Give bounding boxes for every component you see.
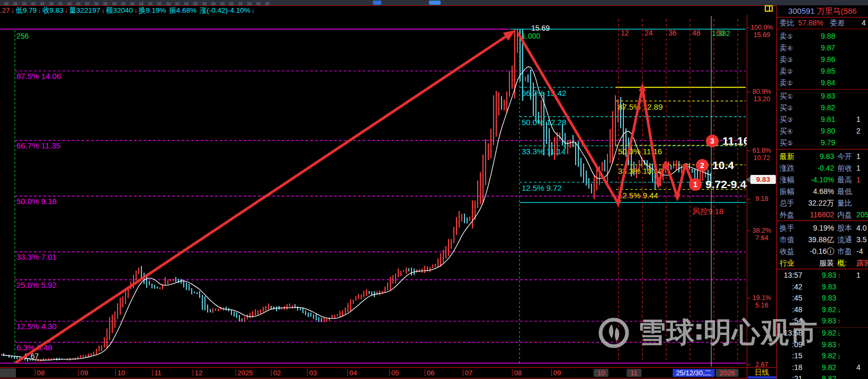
fib-peak-label-2: 33.3% 11.14 [522, 147, 566, 156]
bid-label: 买③ [780, 113, 793, 126]
quote-label: 总手 [780, 197, 794, 209]
axis-tick [152, 369, 153, 376]
bid-row-4[interactable]: 买④ 9.80 2 [777, 125, 868, 137]
stock-name: 万里马 [817, 6, 841, 15]
current-price-tag: 9.83 [750, 175, 776, 184]
tape-price: 9.82 [806, 328, 836, 339]
weibi-row: 委比 57.88% 委差 4 [777, 17, 868, 28]
tape-row-7: :15 9.82↓ [777, 350, 868, 362]
axis-month-17: 2026 [716, 369, 739, 377]
axis-month-13: 09 [551, 369, 561, 377]
quote-value: -4.10% [797, 174, 834, 186]
axis-month-14: 10 [594, 369, 609, 377]
bid-row-1[interactable]: 买① 9.83 [777, 90, 868, 102]
ask-row-2[interactable]: 卖② 9.85 [777, 65, 868, 77]
axis-tick [35, 369, 35, 376]
zigzag-arrowhead-0 [615, 200, 621, 207]
tape-price: 9.82 [806, 304, 836, 316]
axis-month-2: 10 [115, 369, 125, 377]
quote-value-2: 1 [856, 162, 861, 174]
scale-tick [747, 231, 750, 231]
bid-row-5[interactable]: 买⑤ 9.79 [777, 137, 868, 148]
axis-month-label: 2026 [720, 369, 735, 377]
axis-tick [389, 369, 390, 376]
window-title-strip [0, 0, 868, 5]
fib-left-label-3: 33.3% 7.01 [16, 252, 57, 261]
period-selector[interactable]: 日线 [747, 367, 776, 379]
axis-month-5: 2025 [236, 369, 253, 377]
quote-value: 9.19% [797, 222, 834, 234]
axis-date-highlight[interactable]: 25/12/30,二 [673, 369, 714, 377]
ask-label: 卖② [780, 65, 793, 77]
target-price-1: 9.72-9.44 [705, 178, 747, 190]
ask-row-1[interactable]: 卖① 9.84 [777, 77, 868, 89]
uptick-arrow-icon: ↑ [837, 315, 841, 327]
quote-row-7: 市值 39.88亿 流通 3.5 [777, 234, 868, 245]
price-tag-pointer [746, 177, 750, 183]
info-item-9: ↓ [134, 6, 138, 14]
axis-month-1: 09 [78, 369, 88, 377]
info-item-3: ↓ [38, 6, 41, 14]
quote-value-2: 1 [856, 174, 861, 186]
tape-time: 13:58 [777, 328, 802, 339]
toolbar-blue-icon[interactable] [373, 1, 381, 5]
quote-divider-9 [777, 269, 868, 269]
risk-control-label: 风控9.18 [692, 207, 723, 216]
ask-row-4[interactable]: 卖④ 9.87 [777, 42, 868, 54]
downtick-arrow-icon: ↓ [837, 304, 841, 316]
axis-tick [551, 369, 552, 376]
quote-label-2: 量比 [837, 197, 852, 209]
stock-header[interactable]: 300591 万里马(586 [777, 6, 868, 16]
time-axis: 080910111220250203040506070809101125/12/… [0, 367, 776, 378]
info-item-5: ↓ [65, 6, 68, 14]
period-label: 日线 [747, 368, 776, 377]
info-item-12: 涨(-0.42)-4.10% [198, 6, 250, 14]
tape-time: :54 [777, 315, 802, 327]
quote-label: 市值 [780, 234, 794, 245]
candlestick-chart[interactable]: 87.5% 14.0666.7% 11.3550.0% 9.1833.3% 7.… [0, 15, 747, 367]
axis-tick [425, 369, 425, 376]
target-price-2: 10.4 [712, 159, 734, 171]
tape-price: 9.83 [806, 315, 836, 327]
quote-value-2: -4 [856, 245, 863, 257]
tape-row-3: :48 9.82↓ [777, 304, 868, 316]
quote-value: 服装 [797, 257, 834, 269]
bid-label: 买① [780, 90, 793, 102]
bid-row-3[interactable]: 买③ 9.81 1 [777, 113, 868, 125]
fib-left-label-0: 87.5% 14.06 [16, 72, 61, 81]
quote-divider-5 [777, 221, 868, 221]
scale-tick [747, 298, 750, 298]
tape-price: 9.83 [806, 281, 836, 293]
quote-row-6: 换手 9.19% 股本 4.0 [777, 222, 868, 234]
quote-label-2: 市盈 [837, 245, 852, 257]
tape-time: :45 [777, 293, 802, 304]
axis-tick [78, 369, 79, 376]
period-active-strip [748, 376, 776, 378]
quote-row-8: 收益 -0.16ⓘ 市盈 -4 [777, 245, 868, 257]
scale-tick [747, 151, 750, 151]
tape-price: 9.83 [806, 339, 836, 351]
book-quote-divider [777, 149, 868, 149]
tape-time: :21 [777, 373, 802, 379]
split-window-icon[interactable] [765, 5, 773, 12]
axis-month-15: 11 [627, 369, 641, 377]
tape-row-9: :21 9.82 [777, 373, 868, 379]
ask-row-5[interactable]: 卖⑤ 9.88 [777, 30, 868, 42]
fib-peak-label-3: 12.5% 9.72 [522, 183, 562, 192]
axis-month-label: 10 [118, 369, 125, 377]
info-item-1: ↓ [11, 6, 15, 14]
axis-tick [307, 369, 308, 376]
toolbar-blue-icon-2[interactable] [429, 1, 441, 5]
quote-label-2: 最高 [837, 174, 852, 186]
ask-row-3[interactable]: 卖③ 9.86 [777, 54, 868, 65]
tape-price: 9.82 [806, 373, 836, 379]
bottom-left-button[interactable] [0, 368, 16, 377]
quote-row-1: 涨跌 -0.42 前收 1 [777, 162, 868, 174]
candles [1, 29, 711, 362]
ask-price: 9.88 [798, 30, 835, 42]
quote-label-2: 最低 [837, 186, 852, 197]
axis-month-label: 10 [597, 369, 605, 377]
scale-level-1: 80.9%13.20 [747, 88, 776, 103]
bid-row-2[interactable]: 买② 9.82 [777, 102, 868, 113]
tape-row-8: :18 9.82 4 [777, 362, 868, 374]
